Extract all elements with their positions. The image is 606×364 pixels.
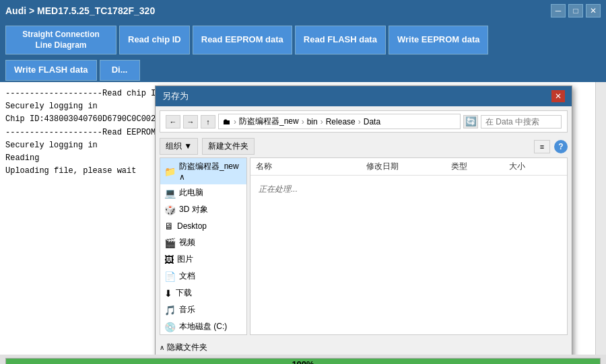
- window-controls: ─ □ ✕: [551, 4, 601, 17]
- toolbar-row2: Write FLASH data Di...: [0, 59, 606, 82]
- nav-item-mypc[interactable]: 💻 此电脑: [160, 184, 246, 201]
- new-folder-button[interactable]: 新建文件夹: [202, 138, 255, 155]
- nav-item-music[interactable]: 🎵 音乐: [160, 301, 246, 318]
- nav-item-desktop[interactable]: 🖥 Desktop: [160, 218, 246, 234]
- back-button[interactable]: ←: [166, 115, 180, 129]
- nav-item-video-label: 视频: [179, 237, 195, 248]
- read-chip-id-button[interactable]: Read chip ID: [119, 26, 190, 54]
- toolbar: Straight Connection Line Diagram Read ch…: [0, 22, 606, 59]
- organize-button[interactable]: 组织 ▼: [160, 138, 198, 155]
- close-button[interactable]: ✕: [586, 4, 601, 17]
- column-headers: 名称 修改日期 类型 大小: [250, 158, 567, 176]
- nav-item-root[interactable]: 📁 防盗编程器_new ∧: [160, 158, 246, 184]
- nav-item-disk-c-label: 本地磁盘 (C:): [179, 321, 227, 332]
- video-icon: 🎬: [164, 238, 176, 248]
- pictures-icon: 🖼: [164, 254, 174, 265]
- help-button[interactable]: ?: [554, 140, 568, 153]
- minimize-button[interactable]: ─: [551, 4, 566, 17]
- content-body: 正在处理...: [250, 176, 567, 334]
- breadcrumb-3[interactable]: bin: [307, 117, 318, 126]
- col-type[interactable]: 类型: [448, 159, 506, 174]
- progress-label: 100%: [6, 359, 600, 364]
- title-bar: Audi > MED17.5.25_TC1782F_320 ─ □ ✕: [0, 0, 606, 22]
- nav-item-disk-c[interactable]: 💿 本地磁盘 (C:): [160, 318, 246, 335]
- col-size[interactable]: 大小: [506, 159, 564, 174]
- read-eeprom-data-button[interactable]: Read EEPROM data: [193, 26, 292, 54]
- progress-bar-track: 100%: [5, 358, 601, 364]
- downloads-icon: ⬇: [164, 288, 172, 299]
- nav-item-docs-label: 文档: [179, 270, 195, 282]
- write-eeprom-data-button[interactable]: Write EEPROM data: [389, 26, 489, 54]
- main-content: --------------------Read chip ID---- Sec…: [0, 82, 606, 355]
- col-date[interactable]: 修改日期: [364, 159, 448, 174]
- address-path: 🖿 › 防盗编程器_new › bin › Release › Data: [218, 114, 461, 129]
- dialog-body: 📁 防盗编程器_new ∧ 💻 此电脑 🎲 3D 对象 🖥 Desktop: [156, 157, 572, 339]
- folder-icon: 📁: [164, 166, 176, 177]
- pc-icon: 💻: [164, 188, 176, 198]
- dialog-overlay: 另存为 ✕ ← → ↑ 🖿 › 防盗编程器_new › bin › Releas…: [0, 82, 606, 355]
- dialog-address-bar: ← → ↑ 🖿 › 防盗编程器_new › bin › Release › Da…: [160, 110, 568, 133]
- dialog-close-button[interactable]: ✕: [551, 90, 565, 102]
- search-input[interactable]: [481, 115, 562, 129]
- up-button[interactable]: ↑: [201, 115, 215, 129]
- music-icon: 🎵: [164, 305, 176, 316]
- view-button[interactable]: ≡: [534, 140, 550, 153]
- 3d-icon: 🎲: [164, 205, 176, 215]
- content-panel: 名称 修改日期 类型 大小 正在处理...: [250, 157, 568, 335]
- desktop-icon: 🖥: [164, 221, 174, 231]
- save-dialog: 另存为 ✕ ← → ↑ 🖿 › 防盗编程器_new › bin › Releas…: [155, 85, 572, 355]
- breadcrumb-2[interactable]: 防盗编程器_new: [239, 116, 299, 127]
- nav-item-video[interactable]: 🎬 视频: [160, 234, 246, 251]
- col-name[interactable]: 名称: [253, 159, 364, 174]
- nav-item-downloads-label: 下载: [176, 287, 192, 299]
- nav-item-desktop-label: Desktop: [177, 221, 207, 231]
- nav-item-3d-label: 3D 对象: [179, 204, 208, 215]
- breadcrumb-5[interactable]: Data: [364, 117, 380, 126]
- forward-button[interactable]: →: [183, 115, 198, 129]
- breadcrumb-1: 🖿: [223, 117, 231, 126]
- nav-panel: 📁 防盗编程器_new ∧ 💻 此电脑 🎲 3D 对象 🖥 Desktop: [160, 157, 247, 335]
- app-title: Audi > MED17.5.25_TC1782F_320: [5, 5, 155, 16]
- progress-bar-container: 100%: [0, 355, 606, 364]
- nav-item-music-label: 音乐: [179, 304, 195, 316]
- hide-folders-toggle[interactable]: ∧ 隐藏文件夹: [156, 339, 572, 355]
- nav-item-3d[interactable]: 🎲 3D 对象: [160, 201, 246, 218]
- read-flash-data-button[interactable]: Read FLASH data: [295, 26, 386, 54]
- straight-connection-button[interactable]: Straight Connection Line Diagram: [5, 26, 116, 54]
- docs-icon: 📄: [164, 271, 176, 282]
- nav-item-pictures-label: 图片: [177, 254, 193, 265]
- chevron-icon: ∧: [160, 344, 164, 351]
- write-flash-data-button[interactable]: Write FLASH data: [5, 60, 97, 81]
- nav-item-downloads[interactable]: ⬇ 下载: [160, 285, 246, 301]
- maximize-button[interactable]: □: [568, 4, 583, 17]
- refresh-button[interactable]: 🔄: [463, 115, 478, 129]
- nav-item-docs[interactable]: 📄 文档: [160, 268, 246, 285]
- dialog-toolbar: 组织 ▼ 新建文件夹 ≡ ?: [156, 137, 572, 156]
- breadcrumb-4[interactable]: Release: [326, 117, 356, 126]
- hide-folders-label: 隐藏文件夹: [167, 342, 207, 353]
- disk-c-icon: 💿: [164, 322, 176, 332]
- dialog-title: 另存为: [162, 90, 189, 102]
- dialog-title-bar: 另存为 ✕: [156, 86, 572, 106]
- nav-item-root-label: 防盗编程器_new ∧: [179, 161, 242, 182]
- processing-text: 正在处理...: [253, 178, 564, 201]
- di-button[interactable]: Di...: [100, 60, 140, 81]
- nav-item-mypc-label: 此电脑: [179, 187, 203, 198]
- nav-item-pictures[interactable]: 🖼 图片: [160, 251, 246, 268]
